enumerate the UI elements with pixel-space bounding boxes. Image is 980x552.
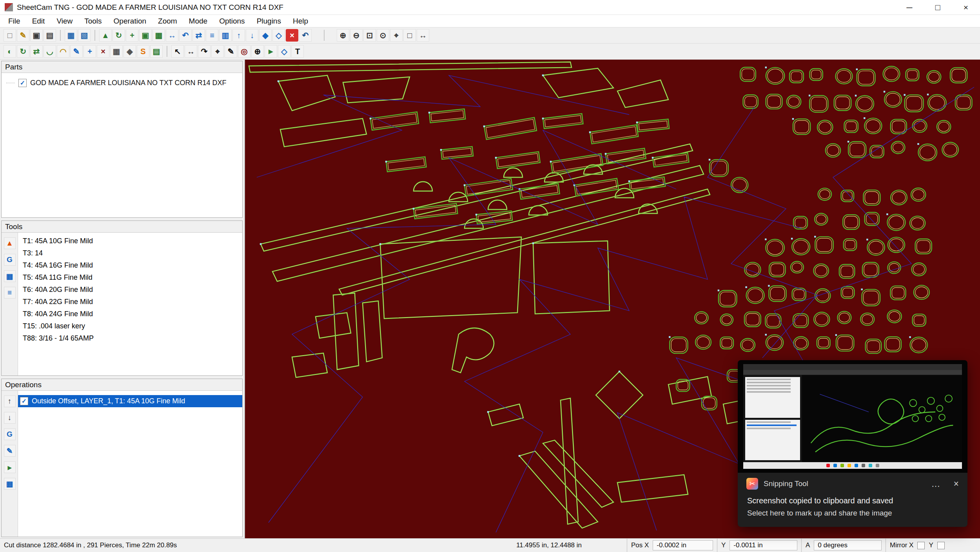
notification-more-icon[interactable]: … [931,479,940,489]
op-edit-icon[interactable]: ✎ [4,445,16,457]
menu-options[interactable]: Options [213,15,250,27]
path-direction-icon[interactable]: ↻ [17,45,29,58]
break-path-icon[interactable]: ◠ [57,45,69,58]
pan-view-icon[interactable]: ↔ [417,29,429,42]
tool-item[interactable]: T5: 45A 11G Fine Mild [18,271,242,284]
copy-part-icon[interactable]: ▣ [139,29,152,42]
print-icon[interactable]: ▤ [44,29,56,42]
op-move-down-icon[interactable]: ↓ [4,412,16,424]
array-part-icon[interactable]: ▦ [152,29,165,42]
ungroup-parts-icon[interactable]: ◇ [272,29,285,42]
nest-parts-icon[interactable]: ▥ [219,29,232,42]
tool-item[interactable]: T88: 3/16 - 1/4 65AMP [18,332,242,344]
machine-options-icon[interactable]: ▧ [78,29,91,42]
menu-mode[interactable]: Mode [183,15,214,27]
group-parts-icon[interactable]: ◆ [259,29,272,42]
gcode-icon[interactable]: G [4,254,16,266]
delete-part-icon[interactable]: × [286,29,298,42]
measure-tool-icon[interactable]: ⌖ [211,45,224,58]
screenshot-thumbnail[interactable] [738,360,967,473]
tool-item[interactable]: T8: 40A 24G Fine Mild [18,308,242,320]
menu-help[interactable]: Help [287,15,314,27]
menu-plugins[interactable]: Plugins [251,15,287,27]
open-job-icon[interactable]: ✎ [17,29,29,42]
text-tool-icon[interactable]: T [291,45,304,58]
snap-options-icon[interactable]: S [137,45,149,58]
layers-icon[interactable]: ▤ [150,45,163,58]
edit-contour-icon[interactable]: ✎ [225,45,237,58]
tool-item[interactable]: T3: 14 [18,247,242,259]
grid-snap-icon[interactable]: ▦ [110,45,123,58]
reload-drawing-icon[interactable]: ↻ [113,29,125,42]
menu-tools[interactable]: Tools [78,15,107,27]
delete-node-icon[interactable]: × [97,45,109,58]
lower-part-icon[interactable]: ↓ [246,29,258,42]
op-run-icon[interactable]: ▸ [4,461,16,473]
minimize-button[interactable]: ─ [895,0,924,15]
move-part-icon[interactable]: ↔ [166,29,178,42]
simulate-icon[interactable]: ► [265,45,277,58]
menu-file[interactable]: File [2,15,26,27]
move-origin-icon[interactable]: ◎ [238,45,250,58]
zoom-out-icon[interactable]: ⊖ [350,29,363,42]
select-tool-icon[interactable]: ↖ [171,45,184,58]
align-parts-icon[interactable]: ≡ [206,29,218,42]
add-node-icon[interactable]: + [83,45,96,58]
op-table-icon[interactable]: ▦ [4,478,16,490]
zoom-extents-icon[interactable]: ⊙ [377,29,389,42]
pan-tool-icon[interactable]: ↔ [185,45,197,58]
tool-table-icon[interactable]: ▦ [4,270,16,282]
op-move-up-icon[interactable]: ↑ [4,395,16,407]
notification-close-icon[interactable]: × [954,479,959,489]
snipping-tool-notification[interactable]: ✂ Snipping Tool … × Screenshot copied to… [738,360,967,527]
maximize-button[interactable]: □ [924,0,952,15]
tool-item[interactable]: T7: 40A 22G Fine Mild [18,296,242,308]
tool-item[interactable]: T4: 45A 16G Fine Mild [18,259,242,271]
tool-item[interactable]: T1: 45A 10G Fine Mild [18,235,242,247]
toolbar-main: □✎▣▤▦▧▲↻+▣▦↔↶⇄≡▥↑↓◆◇×↶⊕⊖⊡⊙⌖□↔ [0,27,980,44]
zoom-in-icon[interactable]: ⊕ [337,29,349,42]
node-edit-icon[interactable]: ✎ [70,45,83,58]
zoom-part-icon[interactable]: ⌖ [390,29,403,42]
rotate-view-icon[interactable]: ↷ [198,45,211,58]
magnet-snap-icon[interactable]: ◇ [278,45,290,58]
operation-checkbox[interactable]: ✓ [20,397,28,405]
torch-icon[interactable]: ▲ [4,237,16,249]
raise-part-icon[interactable]: ↑ [232,29,245,42]
menu-view[interactable]: View [51,15,78,27]
thumb-titlebar [743,364,962,370]
job-options-icon[interactable]: ▦ [65,29,77,42]
tool-item[interactable]: T15: .004 laser kery [18,320,242,332]
mirror-y-checkbox[interactable] [937,542,945,549]
join-paths-icon[interactable]: ◡ [44,45,56,58]
rotate-part-icon[interactable]: ↶ [179,29,192,42]
zoom-sheet-icon[interactable]: □ [403,29,416,42]
zoom-window-icon[interactable]: ⊡ [363,29,376,42]
op-gcode-icon[interactable]: G [4,428,16,440]
set-start-icon[interactable]: ⊕ [251,45,264,58]
part-checkbox[interactable]: ✓ [18,79,27,87]
notification-body[interactable]: Screenshot copied to clipboard and saved… [738,495,967,527]
operation-item[interactable]: ✓Outside Offset, LAYER_1, T1: 45A 10G Fi… [18,395,242,407]
undo-icon[interactable]: ↶ [299,29,312,42]
add-part-icon[interactable]: + [126,29,138,42]
part-item[interactable]: ✓ GOD MADE A FARMER LOUISIANA NO TXT COR… [5,77,242,89]
reverse-path-icon[interactable]: ⇄ [30,45,43,58]
mirror-x-checkbox[interactable] [917,542,925,549]
close-button[interactable]: × [952,0,980,15]
new-job-icon[interactable]: □ [4,29,16,42]
import-drawing-icon[interactable]: ▲ [99,29,112,42]
menu-zoom[interactable]: Zoom [152,15,183,27]
tool-list-icon[interactable]: ≡ [4,287,16,299]
toolbar-separator [324,30,325,41]
menu-operation[interactable]: Operation [108,15,152,27]
thumb-left-panel [743,375,802,462]
menu-edit[interactable]: Edit [26,15,51,27]
mirror-part-icon[interactable]: ⇄ [192,29,205,42]
tool-item[interactable]: T6: 40A 20G Fine Mild [18,284,242,296]
save-job-icon[interactable]: ▣ [30,29,43,42]
object-snap-icon[interactable]: ◆ [123,45,136,58]
toolbar-separator [167,46,167,57]
operation-label: Outside Offset, LAYER_1, T1: 45A 10G Fin… [32,397,185,405]
contour-start-icon[interactable]: ◐ [4,45,16,58]
